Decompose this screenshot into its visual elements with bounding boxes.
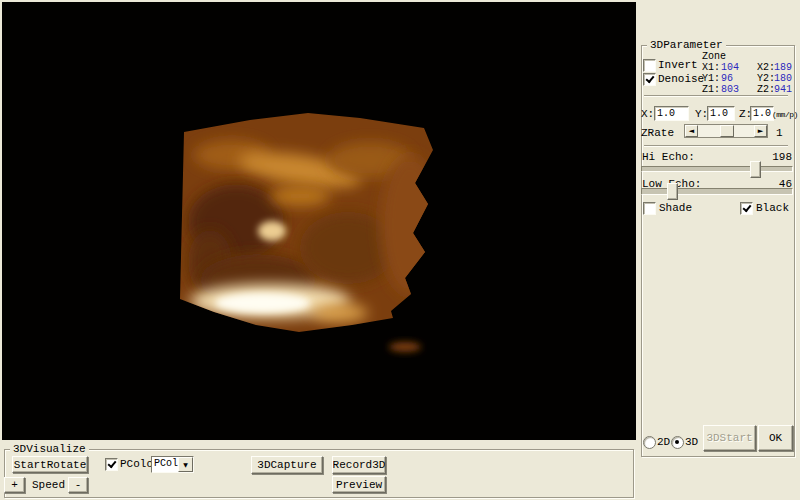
shade-label: Shade [659, 202, 692, 214]
invert-checkbox[interactable] [643, 59, 656, 72]
black-label: Black [756, 202, 789, 214]
mode-3d-label: 3D [685, 436, 698, 448]
hi-echo-thumb[interactable] [750, 161, 761, 178]
shade-checkbox[interactable] [643, 202, 656, 215]
start-rotate-button[interactable]: StartRotate [12, 456, 88, 473]
scale-x-label: X: [641, 108, 654, 120]
ok-button[interactable]: OK [758, 425, 793, 451]
right-panel: 3DParameter Invert Denoise Zone X1: 104 … [637, 0, 800, 500]
zrate-thumb[interactable] [720, 125, 734, 137]
scale-z-input[interactable] [750, 106, 774, 121]
ultrasound-render [2, 2, 636, 440]
zone-y2-label: Y2: [757, 73, 774, 84]
capture3d-button[interactable]: 3DCapture [251, 456, 323, 474]
zone-table: X1: 104 X2: 189 Y1: 96 Y2: 180 Z1: 803 Z… [702, 62, 792, 95]
scale-unit: (mm/p) [772, 109, 798, 121]
zone-x2-value: 189 [774, 62, 792, 73]
mode-3d-radio[interactable] [671, 436, 684, 449]
zone-y1-value: 96 [721, 73, 757, 84]
group-3dvisualize-title: 3DVisualize [10, 443, 89, 456]
zone-y1-label: Y1: [702, 73, 721, 84]
separator [644, 95, 788, 97]
hi-echo-label: Hi Echo: [642, 151, 695, 163]
hi-echo-value: 198 [768, 151, 792, 163]
speed-plus-button[interactable]: + [4, 477, 25, 493]
zrate-scrollbar[interactable]: ◄ ► [684, 124, 768, 138]
zrate-label: ZRate [641, 127, 674, 139]
mode-2d-radio[interactable] [643, 436, 656, 449]
dropdown-arrow-icon[interactable] [178, 457, 193, 472]
zone-z1-label: Z1: [702, 84, 721, 95]
pcolor-dropdown-value: PColor [152, 457, 178, 472]
hi-echo-slider[interactable] [641, 166, 793, 172]
denoise-checkbox[interactable] [643, 73, 656, 86]
zrate-left-arrow-icon[interactable]: ◄ [685, 125, 698, 137]
zrate-right-arrow-icon[interactable]: ► [754, 125, 767, 137]
zone-x1-label: X1: [702, 62, 721, 73]
render-viewport[interactable] [2, 2, 636, 440]
zrate-track[interactable] [698, 125, 754, 137]
invert-label: Invert [658, 59, 698, 71]
mode-2d-label: 2D [657, 436, 670, 448]
speed-minus-button[interactable]: - [68, 477, 88, 493]
pcolor-dropdown[interactable]: PColor [151, 456, 194, 473]
denoise-label: Denoise [658, 73, 704, 85]
speed-label: Speed [32, 479, 65, 491]
zone-x1-value: 104 [721, 62, 757, 73]
record3d-button[interactable]: Record3D [332, 456, 386, 474]
zrate-value: 1 [776, 127, 783, 139]
zone-y2-value: 180 [774, 73, 792, 84]
preview-button[interactable]: Preview [332, 476, 386, 493]
zone-z2-label: Z2: [757, 84, 774, 95]
start3d-button[interactable]: 3DStart [703, 425, 756, 451]
scale-x-input[interactable] [654, 106, 689, 121]
low-echo-slider[interactable] [641, 188, 793, 195]
zone-z2-value: 941 [774, 84, 792, 95]
black-checkbox[interactable] [740, 202, 753, 215]
app-window: 3DParameter Invert Denoise Zone X1: 104 … [0, 0, 800, 500]
separator [644, 145, 788, 147]
pcolor-checkbox[interactable] [105, 458, 118, 471]
scale-y-input[interactable] [707, 106, 735, 121]
zone-z1-value: 803 [721, 84, 757, 95]
zone-x2-label: X2: [757, 62, 774, 73]
low-echo-thumb[interactable] [667, 183, 678, 200]
